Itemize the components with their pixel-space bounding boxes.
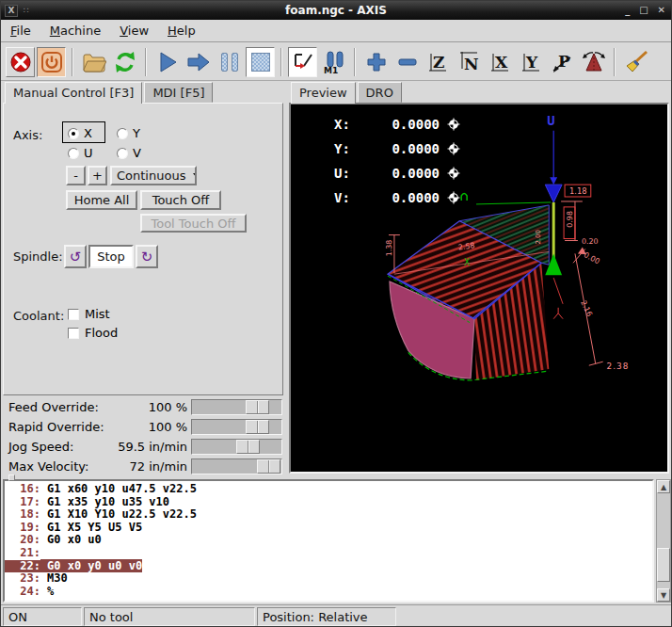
gcode-line-active[interactable]: 22:G0 x0 y0 u0 v0 [5, 560, 652, 573]
unhomed-origin-icon [447, 191, 460, 204]
dim-1-18: 1.18 [569, 186, 587, 196]
tool-touch-off-button[interactable]: Tool Touch Off [140, 214, 247, 233]
open-folder-icon [82, 51, 106, 73]
gcode-line[interactable]: 17:G1 x35 y10 u35 v10 [5, 496, 652, 509]
run-from-line-button[interactable] [288, 47, 317, 77]
axis-radio-y[interactable]: Y [117, 126, 140, 140]
jog-minus-button[interactable]: - [66, 166, 86, 185]
scroll-down-arrow[interactable]: ▼ [657, 588, 670, 602]
slider-handle[interactable] [257, 459, 280, 474]
dim-2-38: 2.38 [607, 362, 630, 371]
tool-status-cell: No tool [84, 607, 255, 626]
svg-text:Z: Z [433, 53, 444, 72]
flood-checkbox[interactable]: Flood [68, 326, 118, 340]
jog-increment-dropdown[interactable]: Continuous [110, 166, 197, 185]
slider-handle[interactable] [236, 440, 260, 454]
view-z-button[interactable]: Z [424, 47, 453, 77]
dim-1-38: 1.38 [385, 240, 393, 257]
axis-radio-x[interactable]: X [68, 126, 92, 140]
scrollbar-thumb[interactable] [657, 548, 670, 582]
view-x-icon: X [489, 50, 512, 74]
preview-canvas[interactable]: X 1.38 2.58 2.00 U [289, 103, 669, 474]
tab-manual-control[interactable]: Manual Control [F3] [5, 82, 142, 104]
u-axis-mark: U [547, 113, 554, 128]
feed-override-value: 100 % [59, 400, 187, 414]
jog-plus-button[interactable]: + [88, 166, 107, 185]
optional-stop-m1-icon: M1 [322, 50, 346, 74]
zoom-out-button[interactable] [392, 47, 422, 77]
x-axis-mark: X [464, 257, 470, 267]
spindle-ccw-button[interactable]: ↺ [64, 245, 87, 268]
view-x-button[interactable]: X [486, 47, 515, 77]
pause-icon [221, 53, 238, 72]
jog-speed-slider[interactable] [191, 439, 282, 455]
rapid-override-value: 100 % [59, 420, 187, 434]
max-velocity-slider[interactable] [191, 458, 282, 474]
view-z2-icon: N [458, 50, 481, 74]
gcode-line[interactable]: 24:% [5, 586, 652, 599]
view-perspective-button[interactable]: P [548, 47, 577, 77]
tab-mdi[interactable]: MDI [F5] [144, 82, 213, 103]
axis-label: Axis: [13, 128, 42, 142]
reload-button[interactable] [110, 47, 139, 77]
status-bar: ON No tool Position: Relative Actual [1, 604, 671, 627]
broom-icon [624, 50, 648, 74]
menu-view[interactable]: View [120, 24, 149, 38]
slider-handle[interactable] [246, 420, 269, 434]
menu-machine[interactable]: Machine [50, 24, 101, 38]
menu-help[interactable]: Help [168, 24, 196, 38]
rapid-override-slider[interactable] [191, 419, 282, 435]
toolbar-separator [354, 48, 356, 76]
scroll-up-arrow[interactable]: ▲ [657, 480, 670, 493]
feed-override-row: Feed Override: 100 % [3, 399, 285, 416]
stop-icon [251, 53, 270, 72]
run-step-button[interactable] [184, 47, 213, 77]
maximize-button[interactable]: □ [639, 6, 648, 15]
optional-stop-button[interactable]: M1 [319, 47, 348, 77]
manual-panel: Manual Control [F3] MDI [F5] Axis: X Y U… [3, 82, 285, 477]
gcode-scrollbar[interactable]: ▲ ▼ [656, 479, 671, 603]
svg-text:X: X [495, 53, 508, 72]
spindle-cw-button[interactable]: ↻ [136, 245, 158, 268]
tab-preview[interactable]: Preview [291, 82, 356, 104]
gcode-line[interactable]: 16:G1 x60 y10 u47.5 v22.5 [5, 483, 652, 496]
home-all-button[interactable]: Home All [66, 190, 137, 210]
gcode-line[interactable]: 23:M30 [5, 572, 652, 586]
reload-icon [113, 50, 137, 74]
view-z2-button[interactable]: N [455, 47, 484, 77]
dro-row-y: Y:0.0000 [334, 137, 460, 161]
pane-sash-grip[interactable] [8, 474, 15, 481]
feed-override-slider[interactable] [191, 399, 282, 415]
minimize-button[interactable]: _ [625, 6, 630, 15]
clear-plot-button[interactable] [621, 47, 650, 77]
stop-button[interactable] [246, 47, 275, 77]
gcode-line[interactable]: 19:G1 X5 Y5 U5 V5 [5, 522, 652, 535]
preview-panel: Preview DRO [289, 82, 671, 477]
touch-off-button[interactable]: Touch Off [140, 190, 221, 210]
pause-button[interactable] [215, 47, 244, 77]
zoom-in-button[interactable] [361, 47, 391, 77]
rotate-view-button[interactable] [579, 47, 608, 77]
run-from-line-icon [292, 51, 314, 73]
rapid-override-row: Rapid Override: 100 % [3, 419, 285, 436]
tab-dro[interactable]: DRO [358, 82, 402, 103]
gcode-line[interactable]: 18:G1 X10 Y10 u22.5 v22.5 [5, 508, 652, 522]
dim-2-16: 2.16 [579, 299, 594, 318]
open-file-button[interactable] [79, 47, 108, 77]
gcode-line[interactable]: 20:G0 x0 u0 [5, 534, 652, 547]
position-mode-cell: Position: Relative Actual [257, 607, 396, 626]
run-program-button[interactable] [152, 47, 182, 77]
view-y-button[interactable]: Y [517, 47, 546, 77]
estop-button[interactable] [6, 47, 35, 77]
spindle-stop-button[interactable]: Stop [88, 245, 134, 268]
manual-frame: Axis: X Y U V - + Continuous Home All To… [3, 103, 283, 395]
spindle-label: Spindle: [13, 249, 63, 264]
slider-handle[interactable] [246, 400, 269, 414]
menu-file[interactable]: File [10, 24, 31, 38]
axis-radio-u[interactable]: U [68, 146, 93, 160]
close-button[interactable]: ✕ [658, 6, 665, 15]
mist-checkbox[interactable]: Mist [68, 307, 110, 321]
gcode-line[interactable]: 21: [5, 547, 652, 560]
machine-power-button[interactable] [37, 47, 66, 77]
axis-radio-v[interactable]: V [117, 146, 141, 160]
